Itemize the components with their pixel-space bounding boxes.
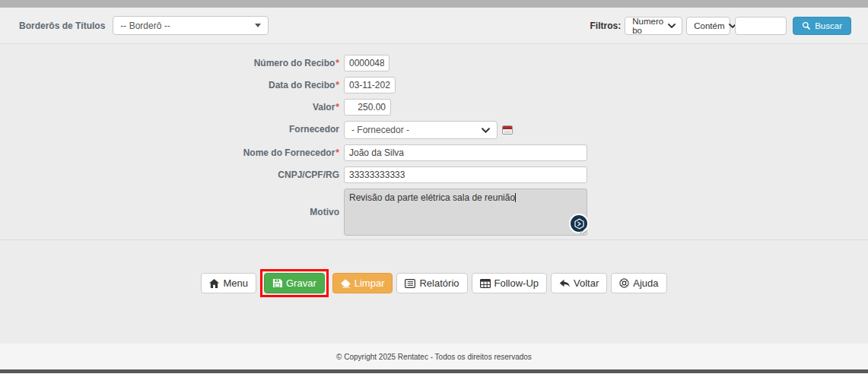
menu-button-label: Menu <box>223 277 248 289</box>
copyright-text: © Copyright 2025 Rentatec - Todos os dir… <box>336 353 532 361</box>
required-asterisk: * <box>335 147 339 158</box>
form-row-numero-recibo: Número do Recibo* <box>0 55 868 71</box>
text-caret <box>515 193 516 202</box>
motivo-textarea[interactable]: Revisão da parte elétrica sala de reuniã… <box>344 189 587 236</box>
nome-fornecedor-label: Nome do Fornecedor* <box>0 144 339 158</box>
motivo-label: Motivo <box>0 189 339 217</box>
bordero-label: Borderôs de Títulos <box>19 21 105 31</box>
chevron-down-icon <box>482 128 490 133</box>
voltar-button[interactable]: Voltar <box>551 273 607 293</box>
ajuda-button[interactable]: Ajuda <box>611 273 666 293</box>
motivo-text: Revisão da parte elétrica sala de reuniã… <box>349 192 515 203</box>
chevron-down-icon <box>668 24 676 28</box>
cnpj-input[interactable] <box>344 166 587 183</box>
home-icon <box>209 279 219 288</box>
data-recibo-input[interactable] <box>344 77 396 94</box>
filtros-label: Filtros: <box>590 21 622 31</box>
numero-recibo-label: Número do Recibo* <box>0 55 339 68</box>
toolbar: Menu Gravar Limpar Relatório Follow-Up <box>0 240 868 297</box>
buscar-button[interactable]: Buscar <box>793 17 851 35</box>
form-row-fornecedor: Fornecedor - Fornecedor - <box>0 121 868 139</box>
bordero-select[interactable]: -- Borderô -- <box>113 16 269 35</box>
caret-down-icon <box>255 24 261 27</box>
required-asterisk: * <box>335 58 339 68</box>
gravar-button-label: Gravar <box>286 277 316 289</box>
bordero-select-value: -- Borderô -- <box>120 21 170 31</box>
fornecedor-select-value: - Fornecedor - <box>351 125 409 135</box>
required-asterisk: * <box>335 102 339 113</box>
recibo-form: Número do Recibo* Data do Recibo* Valor*… <box>0 44 868 239</box>
list-report-icon <box>405 279 415 288</box>
footer: © Copyright 2025 Rentatec - Todos os dir… <box>0 344 868 369</box>
filter-operator-select[interactable]: Contém <box>686 17 730 35</box>
fornecedor-label: Fornecedor <box>0 121 339 135</box>
hexagon-code-badge-icon[interactable] <box>569 214 589 233</box>
form-row-motivo: Motivo Revisão da parte elétrica sala de… <box>0 189 868 236</box>
form-row-valor: Valor* <box>0 99 868 116</box>
gravar-button[interactable]: Gravar <box>264 273 325 293</box>
valor-input[interactable] <box>344 99 391 116</box>
nome-fornecedor-input[interactable] <box>344 144 587 161</box>
voltar-button-label: Voltar <box>574 277 599 289</box>
filter-search-input[interactable] <box>735 17 787 35</box>
form-row-cnpj: CNPJ/CPF/RG <box>0 166 868 183</box>
filter-field-value: Numero bo <box>632 17 663 35</box>
filtros-group: Filtros: Numero bo Contém Buscar <box>590 17 851 35</box>
page: Borderôs de Títulos -- Borderô -- Filtro… <box>0 0 868 374</box>
buscar-button-label: Buscar <box>815 21 842 30</box>
limpar-button-label: Limpar <box>355 277 385 289</box>
relatorio-button-label: Relatório <box>419 277 459 289</box>
followup-button[interactable]: Follow-Up <box>472 273 548 293</box>
limpar-button[interactable]: Limpar <box>332 273 393 293</box>
fornecedor-select[interactable]: - Fornecedor - <box>344 121 498 139</box>
fornecedor-lookup-window-icon[interactable] <box>502 125 513 135</box>
data-recibo-label: Data do Recibo* <box>0 77 339 90</box>
form-row-data-recibo: Data do Recibo* <box>0 77 868 94</box>
resize-handle-icon[interactable] <box>580 228 586 234</box>
red-highlight-box: Gravar <box>260 269 329 297</box>
filter-operator-value: Contém <box>694 21 724 30</box>
top-window-bar <box>0 0 868 8</box>
reply-arrow-icon <box>559 279 570 288</box>
ajuda-button-label: Ajuda <box>633 277 658 289</box>
toolbar-section: Menu Gravar Limpar Relatório Follow-Up <box>0 239 868 344</box>
followup-button-label: Follow-Up <box>494 277 539 289</box>
numero-recibo-input[interactable] <box>344 55 389 71</box>
valor-label: Valor* <box>0 99 339 113</box>
bordero-group: Borderôs de Títulos -- Borderô -- <box>19 16 269 35</box>
life-ring-icon <box>619 278 629 288</box>
form-row-nome-fornecedor: Nome do Fornecedor* <box>0 144 868 161</box>
required-asterisk: * <box>335 80 339 90</box>
eraser-icon <box>341 279 351 288</box>
search-icon <box>802 21 811 30</box>
relatorio-button[interactable]: Relatório <box>396 273 467 293</box>
filter-field-select[interactable]: Numero bo <box>625 17 682 35</box>
table-icon <box>480 279 491 288</box>
save-floppy-icon <box>272 278 282 288</box>
menu-button[interactable]: Menu <box>201 273 256 293</box>
filter-bar: Borderôs de Títulos -- Borderô -- Filtro… <box>0 8 868 44</box>
cnpj-label: CNPJ/CPF/RG <box>0 166 339 180</box>
